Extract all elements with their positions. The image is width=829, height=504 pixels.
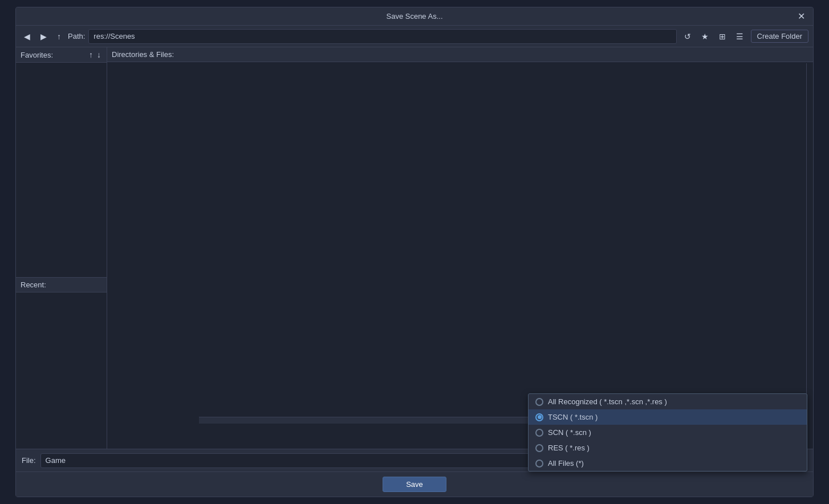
up-button[interactable]: ↑ — [54, 30, 64, 43]
favorites-label: Favorites: — [21, 51, 53, 59]
dropdown-label-res: RES ( *.res ) — [548, 444, 590, 452]
save-scene-dialog: Save Scene As... ✕ ◀ ▶ ↑ Path: ↺ ★ ⊞ ☰ C… — [15, 7, 814, 497]
save-bar: Save — [16, 472, 813, 497]
dropdown-item-all-recognized[interactable]: All Recognized ( *.tscn ,*.scn ,*.res ) — [529, 394, 807, 409]
scrollbar-track[interactable] — [807, 63, 813, 449]
dropdown-label-scn: SCN ( *.scn ) — [548, 428, 591, 437]
dropdown-item-scn[interactable]: SCN ( *.scn ) — [529, 425, 807, 440]
path-bar: ◀ ▶ ↑ Path: ↺ ★ ⊞ ☰ Create Folder — [16, 26, 813, 47]
right-scrollbar[interactable] — [806, 63, 813, 449]
recent-header: Recent: — [16, 278, 107, 292]
favorites-section: Favorites: ↑ ↓ — [16, 47, 107, 278]
path-label: Path: — [68, 32, 85, 40]
favorites-list[interactable] — [16, 63, 107, 277]
dropdown-label-all-files: All Files (*) — [548, 459, 584, 468]
radio-all-recognized — [535, 398, 543, 406]
files-content[interactable] — [107, 62, 813, 449]
create-folder-button[interactable]: Create Folder — [751, 30, 808, 43]
recent-label: Recent: — [21, 281, 46, 289]
toolbar-icons: ↺ ★ ⊞ ☰ — [680, 30, 747, 43]
grid-view-button[interactable]: ⊞ — [715, 30, 730, 43]
files-area: Directories & Files: — [107, 47, 813, 449]
favorites-header: Favorites: ↑ ↓ — [16, 47, 107, 63]
directories-files-label: Directories & Files: — [112, 50, 174, 59]
dialog-title: Save Scene As... — [283, 12, 545, 21]
favorite-button[interactable]: ★ — [697, 30, 713, 43]
dropdown-item-res[interactable]: RES ( *.res ) — [529, 440, 807, 456]
radio-res — [535, 444, 543, 452]
files-header: Directories & Files: — [107, 47, 813, 62]
dropdown-label-tscn: TSCN ( *.tscn ) — [548, 413, 598, 421]
favorites-up-button[interactable]: ↑ — [88, 50, 94, 59]
dropdown-item-tscn[interactable]: TSCN ( *.tscn ) — [529, 409, 807, 425]
sidebar: Favorites: ↑ ↓ Recent: — [16, 47, 107, 449]
radio-all-files — [535, 460, 543, 468]
radio-tscn — [535, 413, 543, 421]
path-input[interactable] — [88, 29, 676, 44]
file-label: File: — [22, 456, 36, 465]
favorites-down-button[interactable]: ↓ — [96, 50, 102, 59]
main-content: Favorites: ↑ ↓ Recent: Directories & Fil… — [16, 47, 813, 449]
forward-button[interactable]: ▶ — [37, 30, 50, 43]
radio-scn — [535, 429, 543, 437]
close-button[interactable]: ✕ — [796, 11, 807, 22]
file-type-dropdown: All Recognized ( *.tscn ,*.scn ,*.res ) … — [528, 393, 807, 472]
favorites-buttons: ↑ ↓ — [88, 50, 102, 59]
recent-section: Recent: — [16, 278, 107, 449]
list-view-button[interactable]: ☰ — [732, 30, 747, 43]
recent-list[interactable] — [16, 292, 107, 449]
title-bar: Save Scene As... ✕ — [16, 7, 813, 26]
refresh-button[interactable]: ↺ — [680, 30, 695, 43]
back-button[interactable]: ◀ — [21, 30, 34, 43]
dropdown-label-all-recognized: All Recognized ( *.tscn ,*.scn ,*.res ) — [548, 397, 667, 406]
save-button[interactable]: Save — [383, 477, 446, 492]
dropdown-item-all-files[interactable]: All Files (*) — [529, 456, 807, 471]
